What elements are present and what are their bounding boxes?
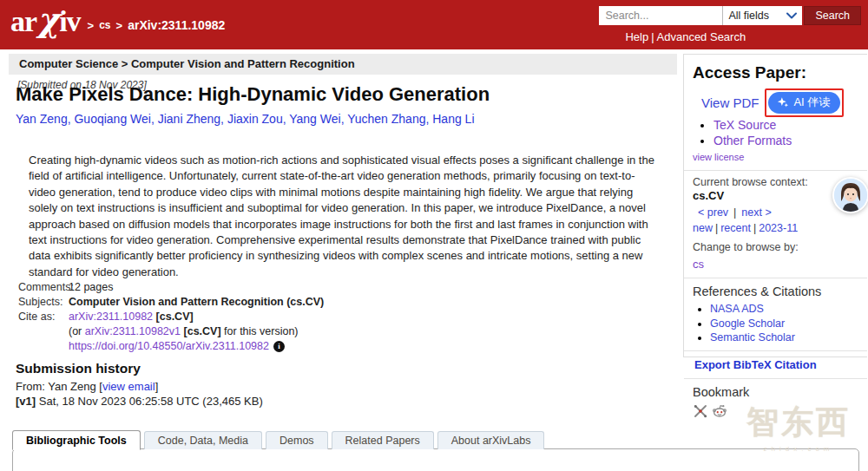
month-link[interactable]: 2023-11 bbox=[759, 222, 798, 234]
google-scholar-link[interactable]: Google Scholar bbox=[710, 317, 785, 330]
references-list: NASA ADS Google Scholar Semantic Scholar bbox=[710, 303, 858, 344]
submission-v1-line: [v1] Sat, 18 Nov 2023 06:25:58 UTC (23,4… bbox=[16, 395, 263, 408]
from-text: From: Yan Zeng [ bbox=[16, 380, 102, 393]
author-link[interactable]: Jiani Zheng bbox=[158, 112, 227, 126]
help-links: Help|Advanced Search bbox=[625, 30, 861, 43]
reddit-icon[interactable] bbox=[712, 403, 727, 419]
advanced-search-link[interactable]: Advanced Search bbox=[657, 30, 746, 43]
nav-pipe: | bbox=[715, 222, 718, 234]
arxiv-abstract-page: arχiv > cs > arXiv:2311.10982 All fields… bbox=[0, 0, 868, 471]
tab-demos[interactable]: Demos bbox=[266, 431, 328, 449]
author-link[interactable]: Guoqiang Wei bbox=[74, 112, 157, 126]
cite-version-link[interactable]: arXiv:2311.10982v1 bbox=[85, 325, 181, 337]
submission-from-line: From: Yan Zeng [view email] bbox=[16, 380, 158, 393]
author-link[interactable]: Jiaxin Zou bbox=[227, 112, 289, 126]
next-link[interactable]: next > bbox=[741, 206, 771, 219]
subjects-value: Computer Vision and Pattern Recognition … bbox=[69, 295, 324, 310]
avatar-girl-icon bbox=[834, 179, 867, 212]
header-breadcrumb-area: arχiv > cs > arXiv:2311.10982 bbox=[10, 3, 225, 38]
subjects-row: Subjects: Computer Vision and Pattern Re… bbox=[18, 295, 324, 310]
cite-version-suffix: for this version) bbox=[221, 325, 299, 337]
header-search-area: All fields Search Help|Advanced Search bbox=[599, 6, 861, 43]
subjects-label: Subjects: bbox=[18, 295, 69, 310]
cite-as-row: Cite as: arXiv:2311.10982 [cs.CV] bbox=[18, 310, 324, 324]
sidebar-divider bbox=[684, 278, 867, 278]
search-button[interactable]: Search bbox=[804, 6, 861, 25]
tex-source-link[interactable]: TeX Source bbox=[713, 118, 776, 132]
version-tag: [v1] bbox=[16, 395, 36, 408]
recent-link[interactable]: recent bbox=[720, 222, 751, 234]
list-item: Google Scholar bbox=[710, 317, 858, 330]
bookmark-heading: Bookmark bbox=[693, 384, 858, 400]
help-link[interactable]: Help bbox=[625, 30, 648, 43]
browse-cs-link[interactable]: cs bbox=[693, 258, 704, 271]
logo-text-suffix: iv bbox=[59, 5, 80, 37]
view-license-link[interactable]: view license bbox=[693, 152, 744, 162]
comments-value: 12 pages bbox=[69, 280, 113, 295]
listing-nav: new|recent|2023-11 bbox=[693, 222, 858, 234]
breadcrumb-article-id[interactable]: arXiv:2311.10982 bbox=[128, 18, 225, 32]
format-list: TeX Source Other Formats bbox=[713, 118, 858, 147]
nasa-ads-link[interactable]: NASA ADS bbox=[710, 303, 764, 315]
author-list: Yan ZengGuoqiang WeiJiani ZhengJiaxin Zo… bbox=[16, 112, 475, 126]
ai-button-label: AI 伴读 bbox=[793, 95, 830, 110]
subject-bar: Computer Science > Computer Vision and P… bbox=[9, 54, 677, 75]
search-field-select[interactable]: All fields bbox=[722, 6, 802, 25]
doi-link[interactable]: https://doi.org/10.48550/arXiv.2311.1098… bbox=[69, 339, 269, 354]
sidebar-divider bbox=[684, 350, 867, 351]
author-link[interactable]: Yuchen Zhang bbox=[347, 112, 432, 126]
ai-companion-button[interactable]: AI 伴读 bbox=[768, 92, 840, 114]
comments-label: Comments: bbox=[18, 280, 69, 295]
search-row: All fields Search bbox=[599, 6, 861, 25]
prev-link[interactable]: < prev bbox=[698, 206, 728, 219]
sparkle-icon bbox=[777, 96, 789, 108]
author-link[interactable]: Yan Zeng bbox=[16, 112, 74, 126]
doi-row: https://doi.org/10.48550/arXiv.2311.1098… bbox=[69, 339, 324, 354]
info-icon[interactable]: i bbox=[273, 341, 285, 352]
bibsonomy-icon[interactable] bbox=[693, 403, 708, 419]
view-pdf-link[interactable]: View PDF bbox=[701, 95, 759, 110]
change-browse-label: Change to browse by: bbox=[693, 241, 858, 254]
arxiv-logo[interactable]: arχiv bbox=[10, 3, 81, 38]
access-paper-heading: Access Paper: bbox=[693, 63, 858, 82]
list-item: Semantic Scholar bbox=[710, 331, 858, 344]
cite-version-row: (or arXiv:2311.10982v1 [cs.CV] for this … bbox=[69, 324, 324, 339]
author-link[interactable]: Hang Li bbox=[432, 112, 474, 126]
semantic-scholar-link[interactable]: Semantic Scholar bbox=[710, 331, 795, 343]
cite-version-category: [cs.CV] bbox=[184, 325, 221, 337]
new-link[interactable]: new bbox=[693, 222, 713, 234]
cite-arxiv-link[interactable]: arXiv:2311.10982 bbox=[69, 311, 153, 323]
logo-chi-glyph: χ bbox=[36, 0, 59, 39]
ai-button-highlight-box: AI 伴读 bbox=[765, 88, 844, 117]
breadcrumb-separator: > bbox=[116, 19, 123, 32]
prev-next-nav: < prev|next > bbox=[698, 206, 858, 219]
version-info: Sat, 18 Nov 2023 06:25:58 UTC (23,465 KB… bbox=[36, 395, 263, 408]
tab-code-data-media[interactable]: Code, Data, Media bbox=[144, 431, 262, 449]
view-pdf-row: View PDF AI 伴读 bbox=[701, 88, 858, 117]
logo-text-prefix: ar bbox=[10, 5, 36, 37]
search-input[interactable] bbox=[599, 6, 722, 25]
search-field-value: All fields bbox=[728, 10, 769, 22]
labs-tab-panel bbox=[12, 448, 859, 471]
tab-bibliographic-tools[interactable]: Bibliographic Tools bbox=[12, 430, 141, 450]
tab-related-papers[interactable]: Related Papers bbox=[332, 431, 434, 449]
export-bibtex-link[interactable]: Export BibTeX Citation bbox=[694, 358, 817, 371]
abstract-text: Creating high-dynamic videos such as mot… bbox=[29, 153, 657, 280]
tab-about-arxivlabs[interactable]: About arXivLabs bbox=[437, 431, 545, 449]
assistant-avatar[interactable] bbox=[832, 177, 868, 213]
references-citations-heading: References & Citations bbox=[693, 284, 858, 299]
list-item: TeX Source bbox=[713, 118, 858, 133]
nav-pipe: | bbox=[733, 206, 736, 219]
cite-category: [cs.CV] bbox=[156, 311, 194, 323]
cite-as-label: Cite as: bbox=[18, 310, 69, 324]
sidebar-divider bbox=[684, 378, 867, 379]
paper-title: Make Pixels Dance: High-Dynamic Video Ge… bbox=[16, 83, 490, 106]
view-email-link[interactable]: view email bbox=[102, 380, 155, 393]
breadcrumb: > cs > arXiv:2311.10982 bbox=[88, 18, 226, 32]
sidebar-divider bbox=[684, 170, 867, 171]
site-header: arχiv > cs > arXiv:2311.10982 All fields… bbox=[0, 0, 868, 49]
list-item: NASA ADS bbox=[710, 303, 858, 316]
other-formats-link[interactable]: Other Formats bbox=[713, 134, 792, 147]
breadcrumb-section-cs[interactable]: cs bbox=[99, 19, 110, 31]
author-link[interactable]: Yang Wei bbox=[289, 112, 347, 126]
